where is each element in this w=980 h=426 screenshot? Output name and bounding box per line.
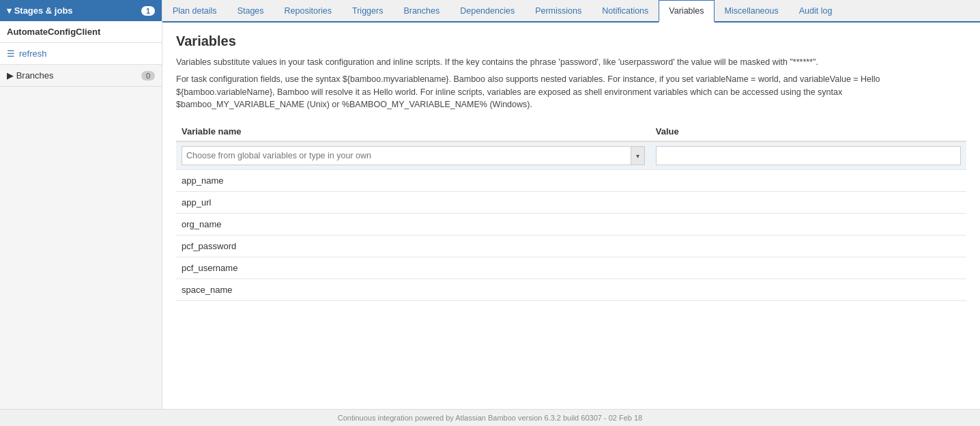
tab-miscellaneous[interactable]: Miscellaneous [715, 0, 789, 23]
table-row: org_name [176, 214, 966, 236]
tab-bar: Plan details Stages Repositories Trigger… [162, 0, 980, 23]
tab-audit-log[interactable]: Audit log [789, 0, 843, 23]
variable-name-input[interactable] [182, 148, 631, 163]
var-name-app-name: app_name [176, 170, 650, 192]
tab-branches[interactable]: Branches [393, 0, 450, 23]
sidebar: ▾ Stages & jobs 1 AutomateConfigClient ☰… [0, 0, 162, 409]
var-name-pcf-username: pcf_username [176, 257, 650, 279]
branches-arrow-icon: ▶ [7, 70, 14, 81]
stages-jobs-section[interactable]: ▾ Stages & jobs 1 [0, 0, 162, 21]
var-value-space-name [650, 279, 966, 301]
refresh-link[interactable]: ☰ refresh [0, 43, 162, 65]
variable-name-input-wrapper: ▾ [182, 146, 645, 165]
var-name-org-name: org_name [176, 214, 650, 236]
footer-text: Continuous integration powered by Atlass… [338, 414, 642, 422]
footer: Continuous integration powered by Atlass… [0, 409, 980, 426]
var-value-app-name [650, 170, 966, 192]
var-value-pcf-password [650, 236, 966, 257]
list-icon: ☰ [7, 48, 15, 59]
table-row: space_name [176, 279, 966, 301]
variable-name-dropdown-button[interactable]: ▾ [631, 147, 644, 165]
var-name-space-name: space_name [176, 279, 650, 301]
branches-badge: 0 [141, 71, 155, 81]
tab-plan-details[interactable]: Plan details [162, 0, 227, 23]
table-row: app_name [176, 170, 966, 192]
tab-variables[interactable]: Variables [659, 0, 714, 23]
refresh-label: refresh [19, 48, 46, 59]
page-title: Variables [176, 33, 966, 49]
tab-repositories[interactable]: Repositories [274, 0, 342, 23]
var-name-app-url: app_url [176, 192, 650, 214]
variable-value-input-cell [650, 141, 966, 170]
table-row: app_url [176, 192, 966, 214]
var-name-pcf-password: pcf_password [176, 236, 650, 257]
col-header-value: Value [650, 122, 966, 141]
branches-label: Branches [16, 70, 54, 81]
var-value-pcf-username [650, 257, 966, 279]
main-content: Plan details Stages Repositories Trigger… [162, 0, 980, 409]
description-1: Variables substitute values in your task… [176, 56, 966, 69]
tab-permissions[interactable]: Permissions [525, 0, 592, 23]
variable-value-input[interactable] [656, 146, 961, 165]
variables-table: Variable name Value ▾ [176, 122, 966, 301]
plan-name: AutomateConfigClient [0, 21, 162, 43]
col-header-name: Variable name [176, 122, 650, 141]
branches-section[interactable]: ▶ Branches 0 [0, 65, 162, 87]
description-2: For task configuration fields, use the s… [176, 73, 966, 111]
tab-notifications[interactable]: Notifications [592, 0, 659, 23]
var-value-org-name [650, 214, 966, 236]
variable-input-row: ▾ [176, 141, 966, 170]
variable-name-input-cell: ▾ [176, 141, 650, 170]
stages-jobs-arrow-icon: ▾ [7, 5, 12, 16]
stages-jobs-badge: 1 [141, 6, 155, 16]
tab-dependencies[interactable]: Dependencies [450, 0, 525, 23]
table-row: pcf_password [176, 236, 966, 257]
var-value-app-url [650, 192, 966, 214]
table-row: pcf_username [176, 257, 966, 279]
tab-triggers[interactable]: Triggers [342, 0, 393, 23]
page-body: Variables Variables substitute values in… [162, 23, 980, 409]
tab-stages[interactable]: Stages [227, 0, 274, 23]
stages-jobs-label: Stages & jobs [14, 5, 73, 16]
